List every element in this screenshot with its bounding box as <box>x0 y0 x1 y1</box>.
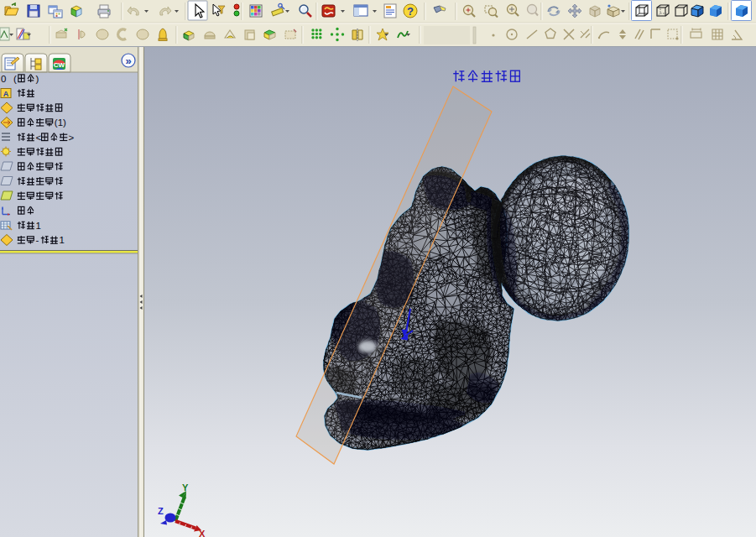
svg-text:CW: CW <box>54 61 65 69</box>
svg-text:A: A <box>3 90 9 98</box>
svg-text:1: 1 <box>59 235 64 245</box>
svg-text:1: 1 <box>35 221 40 231</box>
svg-text:): ) <box>36 74 39 84</box>
svg-text:(1): (1) <box>55 117 66 128</box>
svg-text:-: - <box>35 235 39 245</box>
svg-text:(: ( <box>13 74 17 84</box>
svg-text:Z: Z <box>158 506 164 516</box>
svg-text:»: » <box>125 55 131 67</box>
svg-text:?: ? <box>407 5 414 18</box>
svg-text:>: > <box>69 133 75 143</box>
svg-text:0: 0 <box>1 74 6 84</box>
svg-text:X: X <box>199 529 206 537</box>
svg-text:<: < <box>35 133 41 143</box>
svg-text:Y: Y <box>182 482 189 493</box>
